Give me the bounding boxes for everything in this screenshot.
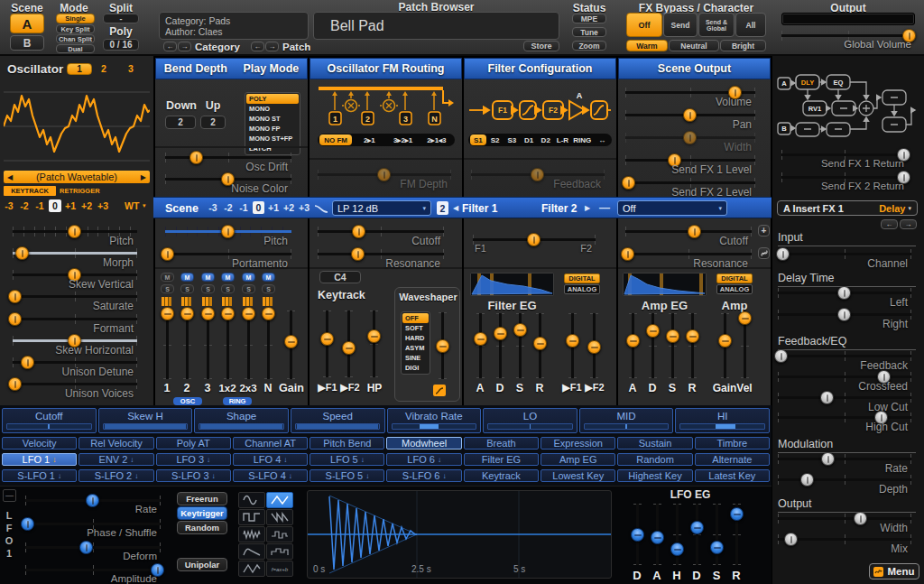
- amp-eg-analog-button[interactable]: ANALOG: [716, 284, 753, 294]
- slider-handle[interactable]: [531, 168, 544, 181]
- slider-handle[interactable]: [367, 329, 381, 343]
- filter1-type-dropdown[interactable]: LP 12 dB ▾: [332, 200, 431, 216]
- slider-handle[interactable]: [284, 335, 298, 348]
- slider-handle[interactable]: [820, 391, 834, 404]
- fx-overview-diagram[interactable]: A DLY EQ RV1 B: [774, 67, 920, 150]
- mod-slfo5[interactable]: S-LFO 5↓: [310, 469, 384, 482]
- macro-hi[interactable]: HI: [675, 408, 770, 433]
- osc-octave-+3[interactable]: +3: [96, 200, 110, 211]
- fm-mode-3to2to1[interactable]: 3▸2▸1: [387, 134, 420, 145]
- filter-balance-slider[interactable]: F1 F2: [473, 231, 596, 255]
- mod-lfo6[interactable]: LFO 6↓: [386, 453, 461, 466]
- ring23-level-slider[interactable]: [241, 311, 256, 379]
- macro-speed[interactable]: Speed: [291, 408, 385, 433]
- filter1-cutoff-slider[interactable]: Cutoff: [318, 223, 444, 246]
- mod-modwheel[interactable]: Modwheel: [386, 437, 461, 450]
- zoom-button[interactable]: Zoom: [572, 41, 606, 51]
- mode-single-button[interactable]: Single: [56, 14, 95, 23]
- bend-up-value[interactable]: 2: [200, 116, 226, 129]
- mod-env2[interactable]: ENV 2↓: [79, 453, 153, 466]
- ring12-level-slider[interactable]: [220, 311, 236, 379]
- unison-detune-slider[interactable]: Unison Detune: [13, 354, 137, 377]
- fm-mode-2to1from3[interactable]: 2▸1◂3: [420, 134, 453, 145]
- send-fx2-level-slider[interactable]: Send FX 2 Level: [625, 174, 755, 198]
- prev-icon[interactable]: ◀: [453, 204, 458, 212]
- slider-handle[interactable]: [631, 528, 644, 542]
- lfo-eg-attack-slider[interactable]: [650, 504, 665, 565]
- fx-next-button[interactable]: →: [900, 219, 917, 229]
- lfo-eg-hold-slider[interactable]: [670, 504, 685, 565]
- filter-config-lr[interactable]: L-R: [555, 134, 571, 145]
- mod-rel-velocity[interactable]: Rel Velocity: [79, 437, 153, 450]
- filter-eg-digital-button[interactable]: DIGITAL: [564, 273, 600, 283]
- mpe-button[interactable]: MPE: [572, 14, 606, 23]
- lfo-deform-slider[interactable]: Deform: [25, 539, 161, 562]
- eg-to-f2-slider[interactable]: [587, 313, 602, 378]
- menu-button[interactable]: Menu: [869, 563, 919, 579]
- amp-eg-attack-slider[interactable]: [625, 313, 641, 378]
- solo-ring23-button[interactable]: S: [242, 284, 255, 293]
- osc-drift-slider[interactable]: Osc Drift: [165, 149, 291, 172]
- scene-octave--2[interactable]: -2: [221, 202, 236, 213]
- filter-config-d1[interactable]: D1: [521, 134, 537, 145]
- character-bright-button[interactable]: Bright: [720, 40, 766, 51]
- slider-handle[interactable]: [738, 311, 752, 325]
- macro-cutoff[interactable]: Cutoff: [2, 408, 97, 433]
- slider-handle[interactable]: [670, 542, 684, 556]
- mod-expression[interactable]: Expression: [541, 437, 615, 450]
- patch-meta-box[interactable]: Category: Pads Author: Claes: [159, 12, 309, 40]
- slider-handle[interactable]: [180, 307, 194, 320]
- solo-3-button[interactable]: S: [201, 284, 215, 293]
- store-button[interactable]: Store: [523, 41, 559, 51]
- lfo-eg-sustain-slider[interactable]: [709, 504, 725, 565]
- prev-wavetable-icon[interactable]: ◀: [7, 173, 13, 181]
- solo-1-button[interactable]: S: [161, 284, 174, 293]
- next-wavetable-icon[interactable]: ▶: [141, 173, 146, 181]
- eg-to-f1-slider[interactable]: [565, 313, 580, 378]
- character-warm-button[interactable]: Warm: [626, 40, 668, 51]
- mod-slfo1[interactable]: S-LFO 1↓: [2, 469, 77, 482]
- osc-saturate-slider[interactable]: Saturate: [13, 288, 137, 311]
- slider-handle[interactable]: [800, 473, 814, 487]
- osc-morph-slider[interactable]: Morph: [13, 245, 137, 268]
- keytrack-hp-slider[interactable]: [366, 311, 382, 377]
- slider-handle[interactable]: [8, 290, 22, 303]
- slider-handle[interactable]: [377, 168, 391, 181]
- scene-a-button[interactable]: A: [10, 14, 44, 33]
- fx-bypass-sendglobal-button[interactable]: Send & Global: [698, 13, 735, 37]
- amp-eg-release-slider[interactable]: [685, 313, 700, 378]
- mod-lfo4[interactable]: LFO 4↓: [233, 453, 308, 466]
- lfo-shape-step-seq[interactable]: [266, 543, 293, 560]
- solo-ring12-button[interactable]: S: [221, 284, 235, 293]
- scene-octave-+3[interactable]: +3: [297, 202, 311, 213]
- macro-skew-h[interactable]: Skew H: [98, 408, 193, 433]
- patch-next-button[interactable]: →: [265, 42, 279, 51]
- filter-eg-analog-button[interactable]: ANALOG: [564, 284, 600, 294]
- noise-level-slider[interactable]: [261, 311, 276, 379]
- mod-timbre[interactable]: Timbre: [695, 437, 770, 450]
- filter-eg-attack-slider[interactable]: [473, 313, 488, 378]
- filter-config-ring[interactable]: RING: [571, 134, 593, 145]
- scene-pan-slider[interactable]: Pan: [625, 107, 755, 130]
- mod-poly-at[interactable]: Poly AT: [156, 437, 231, 450]
- filter-eg-release-slider[interactable]: [532, 313, 548, 378]
- slider-handle[interactable]: [683, 131, 697, 144]
- slider-handle[interactable]: [161, 307, 174, 320]
- slider-handle[interactable]: [161, 247, 174, 261]
- scene-octave-0[interactable]: 0: [253, 201, 264, 214]
- filter1-subtype-button[interactable]: 2: [437, 201, 448, 215]
- retrigger-toggle[interactable]: RETRIGGER: [60, 187, 100, 195]
- mod-slfo3[interactable]: S-LFO 3↓: [156, 469, 231, 482]
- lfo-random-button[interactable]: Random: [177, 521, 227, 534]
- waveshaper-soft[interactable]: SOFT: [402, 323, 429, 333]
- slider-handle[interactable]: [621, 247, 634, 261]
- slider-handle[interactable]: [784, 533, 798, 546]
- send-fx1-level-slider[interactable]: Send FX 1 Level: [625, 152, 755, 175]
- mod-lfo1[interactable]: LFO 1↓: [2, 453, 77, 466]
- filter-config-diagram[interactable]: F1 F2 A: [467, 87, 614, 132]
- waveshaper-type-list[interactable]: OFF SOFT HARD ASYM SINE DIGI: [401, 311, 430, 375]
- mod-lfo3[interactable]: LFO 3↓: [156, 453, 231, 466]
- slider-handle[interactable]: [494, 327, 507, 340]
- slider-handle[interactable]: [686, 329, 699, 343]
- slider-handle[interactable]: [730, 507, 744, 521]
